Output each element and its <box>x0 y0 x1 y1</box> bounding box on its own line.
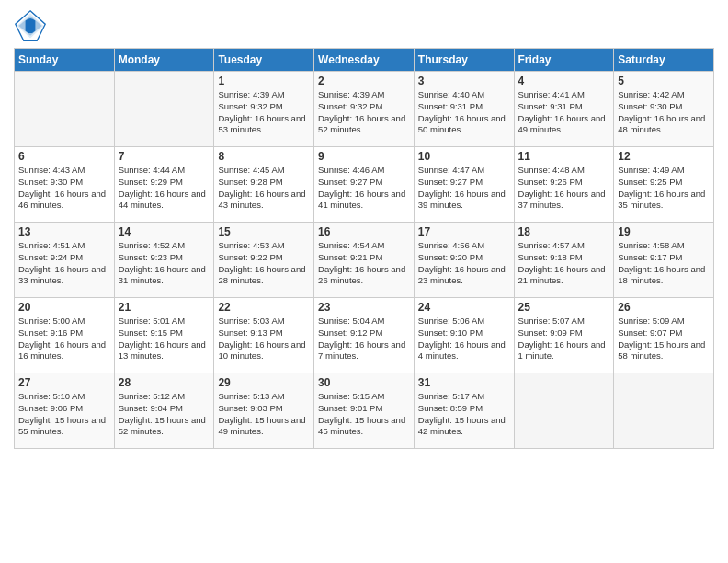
day-number: 24 <box>418 301 510 314</box>
calendar-header-row: SundayMondayTuesdayWednesdayThursdayFrid… <box>15 49 714 72</box>
day-number: 1 <box>218 75 310 87</box>
weekday-header: Wednesday <box>314 49 415 72</box>
header <box>14 9 714 42</box>
logo-icon <box>14 9 47 42</box>
calendar-cell: 10Sunrise: 4:47 AM Sunset: 9:27 PM Dayli… <box>414 147 514 223</box>
calendar-cell: 28Sunrise: 5:12 AM Sunset: 9:04 PM Dayli… <box>114 373 214 449</box>
page: SundayMondayTuesdayWednesdayThursdayFrid… <box>0 0 728 563</box>
calendar-week-row: 27Sunrise: 5:10 AM Sunset: 9:06 PM Dayli… <box>15 373 714 449</box>
weekday-header: Sunday <box>15 49 115 72</box>
day-number: 5 <box>618 75 710 87</box>
calendar-cell: 13Sunrise: 4:51 AM Sunset: 9:24 PM Dayli… <box>15 223 115 298</box>
calendar-cell: 17Sunrise: 4:56 AM Sunset: 9:20 PM Dayli… <box>414 223 514 298</box>
calendar-cell: 1Sunrise: 4:39 AM Sunset: 9:32 PM Daylig… <box>214 72 314 147</box>
calendar-cell: 11Sunrise: 4:48 AM Sunset: 9:26 PM Dayli… <box>514 147 614 223</box>
day-number: 22 <box>218 301 310 314</box>
day-number: 16 <box>318 225 410 238</box>
calendar-week-row: 20Sunrise: 5:00 AM Sunset: 9:16 PM Dayli… <box>15 298 714 373</box>
day-info: Sunrise: 5:13 AM Sunset: 9:03 PM Dayligh… <box>218 391 310 438</box>
day-number: 8 <box>218 150 310 163</box>
day-number: 23 <box>318 301 410 314</box>
day-number: 4 <box>518 75 610 87</box>
day-info: Sunrise: 4:44 AM Sunset: 9:29 PM Dayligh… <box>119 165 210 212</box>
day-number: 19 <box>618 225 710 238</box>
day-info: Sunrise: 5:07 AM Sunset: 9:09 PM Dayligh… <box>518 316 610 362</box>
weekday-header: Thursday <box>414 49 514 72</box>
calendar-cell: 24Sunrise: 5:06 AM Sunset: 9:10 PM Dayli… <box>414 298 514 373</box>
calendar-cell <box>514 373 614 449</box>
calendar-cell: 5Sunrise: 4:42 AM Sunset: 9:30 PM Daylig… <box>614 72 714 147</box>
calendar-cell: 12Sunrise: 4:49 AM Sunset: 9:25 PM Dayli… <box>614 147 714 223</box>
day-number: 27 <box>18 376 110 389</box>
day-info: Sunrise: 4:58 AM Sunset: 9:17 PM Dayligh… <box>618 240 710 287</box>
day-number: 12 <box>618 150 710 163</box>
day-info: Sunrise: 4:43 AM Sunset: 9:30 PM Dayligh… <box>18 165 110 212</box>
calendar-cell <box>114 72 214 147</box>
weekday-header: Saturday <box>614 49 714 72</box>
day-info: Sunrise: 5:12 AM Sunset: 9:04 PM Dayligh… <box>119 391 210 438</box>
day-info: Sunrise: 4:52 AM Sunset: 9:23 PM Dayligh… <box>119 240 210 287</box>
calendar-week-row: 6Sunrise: 4:43 AM Sunset: 9:30 PM Daylig… <box>15 147 714 223</box>
calendar-cell: 23Sunrise: 5:04 AM Sunset: 9:12 PM Dayli… <box>314 298 415 373</box>
calendar-cell: 18Sunrise: 4:57 AM Sunset: 9:18 PM Dayli… <box>514 223 614 298</box>
day-info: Sunrise: 4:54 AM Sunset: 9:21 PM Dayligh… <box>318 240 410 287</box>
day-number: 18 <box>518 225 610 238</box>
day-info: Sunrise: 4:39 AM Sunset: 9:32 PM Dayligh… <box>318 89 410 136</box>
calendar-cell: 27Sunrise: 5:10 AM Sunset: 9:06 PM Dayli… <box>15 373 115 449</box>
weekday-header: Friday <box>514 49 614 72</box>
day-number: 31 <box>418 376 510 389</box>
day-number: 28 <box>119 376 210 389</box>
calendar-cell: 8Sunrise: 4:45 AM Sunset: 9:28 PM Daylig… <box>214 147 314 223</box>
day-info: Sunrise: 4:40 AM Sunset: 9:31 PM Dayligh… <box>418 89 510 136</box>
day-info: Sunrise: 5:04 AM Sunset: 9:12 PM Dayligh… <box>318 316 410 362</box>
day-info: Sunrise: 4:45 AM Sunset: 9:28 PM Dayligh… <box>218 165 310 212</box>
day-number: 20 <box>18 301 110 314</box>
day-info: Sunrise: 5:09 AM Sunset: 9:07 PM Dayligh… <box>618 316 710 362</box>
calendar-table: SundayMondayTuesdayWednesdayThursdayFrid… <box>14 48 714 449</box>
logo <box>14 9 51 42</box>
calendar-cell: 2Sunrise: 4:39 AM Sunset: 9:32 PM Daylig… <box>314 72 415 147</box>
day-number: 14 <box>119 225 210 238</box>
day-info: Sunrise: 5:00 AM Sunset: 9:16 PM Dayligh… <box>18 316 110 362</box>
day-number: 29 <box>218 376 310 389</box>
day-number: 10 <box>418 150 510 163</box>
day-number: 11 <box>518 150 610 163</box>
calendar-week-row: 13Sunrise: 4:51 AM Sunset: 9:24 PM Dayli… <box>15 223 714 298</box>
calendar-cell: 15Sunrise: 4:53 AM Sunset: 9:22 PM Dayli… <box>214 223 314 298</box>
calendar-cell: 7Sunrise: 4:44 AM Sunset: 9:29 PM Daylig… <box>114 147 214 223</box>
day-info: Sunrise: 4:56 AM Sunset: 9:20 PM Dayligh… <box>418 240 510 287</box>
calendar-cell: 26Sunrise: 5:09 AM Sunset: 9:07 PM Dayli… <box>614 298 714 373</box>
calendar-cell: 31Sunrise: 5:17 AM Sunset: 8:59 PM Dayli… <box>414 373 514 449</box>
calendar-cell: 29Sunrise: 5:13 AM Sunset: 9:03 PM Dayli… <box>214 373 314 449</box>
day-info: Sunrise: 4:51 AM Sunset: 9:24 PM Dayligh… <box>18 240 110 287</box>
day-number: 21 <box>119 301 210 314</box>
day-number: 7 <box>119 150 210 163</box>
day-info: Sunrise: 5:03 AM Sunset: 9:13 PM Dayligh… <box>218 316 310 362</box>
day-number: 15 <box>218 225 310 238</box>
day-info: Sunrise: 5:10 AM Sunset: 9:06 PM Dayligh… <box>18 391 110 438</box>
day-number: 26 <box>618 301 710 314</box>
day-info: Sunrise: 4:48 AM Sunset: 9:26 PM Dayligh… <box>518 165 610 212</box>
day-number: 25 <box>518 301 610 314</box>
weekday-header: Monday <box>114 49 214 72</box>
calendar-week-row: 1Sunrise: 4:39 AM Sunset: 9:32 PM Daylig… <box>15 72 714 147</box>
calendar-cell: 20Sunrise: 5:00 AM Sunset: 9:16 PM Dayli… <box>15 298 115 373</box>
weekday-header: Tuesday <box>214 49 314 72</box>
calendar-cell: 25Sunrise: 5:07 AM Sunset: 9:09 PM Dayli… <box>514 298 614 373</box>
day-info: Sunrise: 5:15 AM Sunset: 9:01 PM Dayligh… <box>318 391 410 438</box>
calendar-cell: 30Sunrise: 5:15 AM Sunset: 9:01 PM Dayli… <box>314 373 415 449</box>
calendar-cell <box>614 373 714 449</box>
day-info: Sunrise: 5:01 AM Sunset: 9:15 PM Dayligh… <box>119 316 210 362</box>
day-info: Sunrise: 5:06 AM Sunset: 9:10 PM Dayligh… <box>418 316 510 362</box>
calendar-cell: 19Sunrise: 4:58 AM Sunset: 9:17 PM Dayli… <box>614 223 714 298</box>
day-number: 2 <box>318 75 410 87</box>
day-number: 13 <box>18 225 110 238</box>
calendar-cell: 16Sunrise: 4:54 AM Sunset: 9:21 PM Dayli… <box>314 223 415 298</box>
calendar-cell: 21Sunrise: 5:01 AM Sunset: 9:15 PM Dayli… <box>114 298 214 373</box>
day-info: Sunrise: 4:46 AM Sunset: 9:27 PM Dayligh… <box>318 165 410 212</box>
calendar-cell: 14Sunrise: 4:52 AM Sunset: 9:23 PM Dayli… <box>114 223 214 298</box>
day-info: Sunrise: 4:47 AM Sunset: 9:27 PM Dayligh… <box>418 165 510 212</box>
calendar-cell: 3Sunrise: 4:40 AM Sunset: 9:31 PM Daylig… <box>414 72 514 147</box>
day-info: Sunrise: 5:17 AM Sunset: 8:59 PM Dayligh… <box>418 391 510 438</box>
day-info: Sunrise: 4:49 AM Sunset: 9:25 PM Dayligh… <box>618 165 710 212</box>
